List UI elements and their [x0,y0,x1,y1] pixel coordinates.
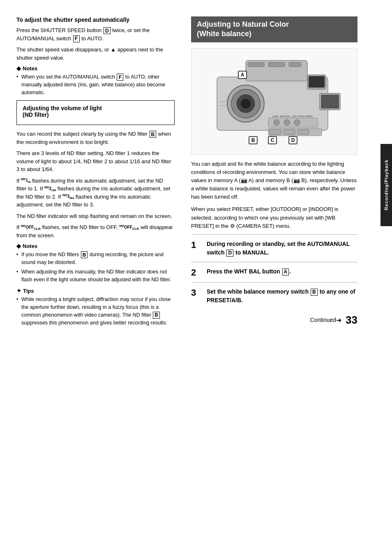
side-tab: Recording/Playback [380,144,392,226]
tips-list: While recording a bright subject, diffra… [16,296,175,326]
nd-box-b3: B [153,312,160,319]
auto-manual-box-f: F [73,35,80,42]
right-body1: You can adjust and fix the white balance… [191,160,357,201]
shutter-section: To adjust the shutter speed automaticall… [16,16,175,96]
left-column: To adjust the shutter speed automaticall… [0,0,183,558]
continued-row: Continued ➜ 33 [191,310,357,326]
notes2-list: If you move the ND filters B during reco… [16,251,175,283]
shutter-body2: The shutter speed value disappears, or ▲… [16,46,175,62]
svg-point-14 [274,120,279,125]
svg-text:A: A [240,72,244,78]
tips-item-1: While recording a bright subject, diffra… [16,296,175,326]
svg-text:C: C [270,137,274,143]
shutter-body1: Press the SHUTTER SPEED button D twice, … [16,26,175,42]
svg-point-4 [241,99,251,109]
nd3-label: ND3/64 [62,194,74,200]
auto-manual-box-f2: F [117,74,123,81]
nd-tips: ✦ Tips While recording a bright subject,… [16,287,175,326]
svg-text:WHT BAL: WHT BAL [280,115,291,118]
step-3: 3 Set the white balance memory switch B … [191,282,357,310]
svg-text:GAIN: GAIN [272,115,279,118]
svg-point-15 [284,120,290,125]
side-tab-text: Recording/Playback [384,160,389,210]
nd1-label: ND1/4 [21,178,31,184]
right-body2: When you select PRESET, either [OUTDOOR]… [191,205,357,230]
step2-box-a: A [282,269,289,276]
nd-body1: You can record the subject clearly by us… [16,130,175,146]
nd-filter-title: Adjusting the volume of light(ND filter) [23,105,168,118]
svg-rect-20 [297,130,309,134]
shutter-title: To adjust the shutter speed automaticall… [16,16,175,23]
notes1-list: When you set the AUTO/MANUAL switch F to… [16,73,175,96]
nd-body3: If ND1/4 flashes during the iris automat… [16,177,175,209]
step3-box-b: B [311,289,318,296]
svg-rect-19 [284,130,295,134]
svg-rect-11 [268,63,285,67]
camera-image: A B C D GAIN WHT BAL SHUTTER SPEED [191,48,357,155]
nd-box-b1: B [150,131,157,138]
step-1: 1 During recording or standby, set the A… [191,234,357,262]
steps-section: 1 During recording or standby, set the A… [191,234,357,310]
continued-label: Continued [310,317,336,323]
svg-rect-18 [270,130,281,134]
shutter-notes: ◆ Notes When you set the AUTO/MANUAL swi… [16,65,175,96]
shutter-box-d: D [104,27,111,34]
svg-text:D: D [291,137,295,143]
right-section-header: Adjusting to Natural Color (White balanc… [191,16,357,42]
svg-rect-7 [309,76,325,88]
tips-header: ✦ Tips [16,287,175,294]
svg-text:SHUTTER SPEED: SHUTTER SPEED [292,115,313,118]
svg-rect-9 [321,95,339,109]
nd-box-b2: B [81,251,88,258]
nd-body2: There are 3 levels of ND filter setting.… [16,149,175,174]
svg-rect-10 [248,63,264,67]
nd-body4: The ND filter indicator will stop flashi… [16,212,175,220]
note-icon: ◆ [16,65,21,72]
notes1-item-1: When you set the AUTO/MANUAL switch F to… [16,73,175,96]
continued-arrow-icon: ➜ [336,316,341,324]
page-number: 33 [346,314,357,326]
note-icon2: ◆ [16,243,21,249]
nd-body5: If NDOFFCLR flashes, set the ND filter t… [16,223,175,239]
step1-box-d: D [226,250,233,257]
tip-icon: ✦ [16,287,21,294]
notes1-header: ◆ Notes [16,65,175,72]
ndoff-label2: NDOFFCLR [119,225,139,231]
svg-point-16 [294,120,300,125]
notes2-item-1: If you move the ND filters B during reco… [16,251,175,266]
notes2-item-2: When adjusting the iris manually, the ND… [16,268,175,284]
nd-notes: ◆ Notes If you move the ND filters B dur… [16,243,175,283]
svg-text:B: B [251,137,255,143]
notes2-header: ◆ Notes [16,243,175,249]
ndoff-label: NDOFFCLR [21,225,41,231]
svg-rect-12 [289,63,301,67]
camera-illustration: A B C D GAIN WHT BAL SHUTTER SPEED [205,52,344,151]
nd2-label: ND2/16 [44,186,56,192]
right-column: Adjusting to Natural Color (White balanc… [183,0,374,558]
step-2: 2 Press the WHT BAL button A. [191,262,357,282]
nd-filter-section: Adjusting the volume of light(ND filter) [16,100,175,125]
